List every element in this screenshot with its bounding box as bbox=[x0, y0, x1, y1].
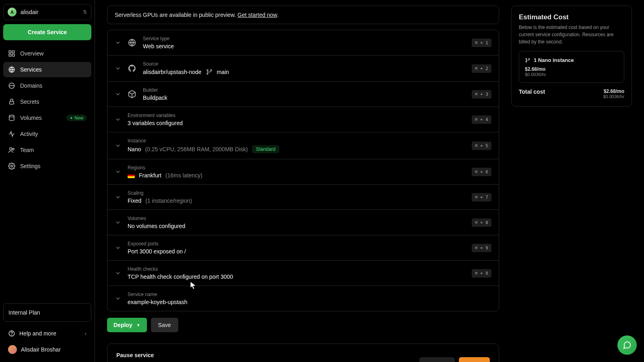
svg-point-17 bbox=[526, 58, 526, 59]
svg-rect-0 bbox=[9, 51, 11, 53]
nav-secrets[interactable]: Secrets bbox=[3, 94, 91, 109]
row-scaling[interactable]: Scaling Fixed (1 instance/region) ⌘ + 7 bbox=[107, 185, 499, 210]
cost-per-mo: $2.68/mo bbox=[525, 66, 618, 72]
chevron-down-icon bbox=[115, 39, 121, 46]
row-ports[interactable]: Exposed ports Port 3000 exposed on / ⌘ +… bbox=[107, 235, 499, 261]
total-mo: $2.68/mo bbox=[603, 88, 624, 94]
row-label: Builder bbox=[143, 87, 465, 93]
user-menu[interactable]: Alisdair Broshar bbox=[3, 341, 91, 358]
nav-label: Team bbox=[20, 147, 34, 153]
plan-box[interactable]: Internal Plan bbox=[3, 303, 91, 322]
svg-rect-6 bbox=[10, 101, 14, 104]
package-icon bbox=[128, 90, 136, 99]
flag-de-icon bbox=[128, 173, 135, 178]
chevron-down-icon bbox=[115, 116, 121, 123]
gpu-banner: Serverless GPUs are available in public … bbox=[107, 6, 499, 24]
activity-icon bbox=[8, 130, 15, 138]
repo-name: alisdairbr/upstash-node bbox=[143, 69, 202, 75]
kbd-shortcut: ⌘ + 6 bbox=[472, 168, 491, 176]
row-volumes[interactable]: Volumes No volumes configured ⌘ + 8 bbox=[107, 210, 499, 235]
nav-label: Activity bbox=[20, 131, 38, 137]
chevron-down-icon bbox=[115, 169, 121, 175]
org-switcher[interactable]: A alisdair ⇅ bbox=[3, 4, 91, 20]
cost-title: Estimated Cost bbox=[519, 13, 624, 21]
row-service-name[interactable]: Service name example-koyeb-upstash bbox=[107, 286, 499, 311]
github-icon bbox=[128, 64, 136, 73]
deploy-button[interactable]: Deploy ▼ bbox=[107, 318, 147, 332]
kbd-shortcut: ⌘ + 3 bbox=[472, 90, 491, 99]
total-label: Total cost bbox=[519, 88, 545, 95]
save-button[interactable]: Save bbox=[151, 318, 178, 332]
nav-activity[interactable]: Activity bbox=[3, 126, 91, 142]
row-label: Scaling bbox=[128, 190, 465, 196]
nav-label: Overview bbox=[20, 50, 43, 57]
svg-point-12 bbox=[12, 335, 12, 335]
banner-text: Serverless GPUs are available in public … bbox=[115, 12, 237, 18]
row-value: example-koyeb-upstash bbox=[128, 299, 491, 305]
deploy-label: Deploy bbox=[114, 322, 132, 328]
row-service-type[interactable]: Service type Web service ⌘ + 1 bbox=[107, 30, 499, 56]
chevron-down-icon bbox=[115, 295, 121, 302]
lock-icon bbox=[8, 98, 15, 105]
row-env[interactable]: Environment variables 3 variables config… bbox=[107, 107, 499, 132]
pause-button[interactable]: Pause bbox=[459, 357, 490, 362]
action-bar: Deploy ▼ Save bbox=[107, 318, 499, 332]
database-icon bbox=[8, 114, 15, 121]
row-label: Health checks bbox=[128, 266, 465, 272]
nav-team[interactable]: Team bbox=[3, 142, 91, 158]
row-label: Exposed ports bbox=[128, 241, 465, 247]
nav-settings[interactable]: Settings bbox=[3, 158, 91, 174]
nav-label: Settings bbox=[20, 163, 41, 169]
create-service-button[interactable]: Create Service bbox=[3, 24, 91, 40]
svg-point-9 bbox=[12, 148, 14, 150]
banner-link[interactable]: Get started now bbox=[237, 12, 277, 18]
kbd-shortcut: ⌘ + 9 bbox=[472, 244, 491, 252]
row-instance[interactable]: Instance Nano (0.25 vCPU, 256MB RAM, 200… bbox=[107, 132, 499, 159]
row-label: Service type bbox=[143, 36, 465, 41]
chat-fab[interactable] bbox=[617, 335, 637, 355]
svg-point-15 bbox=[207, 73, 208, 74]
region-latency: (16ms latency) bbox=[165, 172, 202, 179]
tier-badge: Standard bbox=[252, 145, 280, 153]
chevron-down-icon bbox=[115, 245, 121, 251]
banner-tail: . bbox=[277, 12, 279, 18]
branch-small-icon bbox=[525, 58, 530, 63]
nav-label: Secrets bbox=[20, 99, 39, 105]
globe-icon bbox=[8, 66, 15, 73]
kbd-shortcut: ⌘ + 8 bbox=[472, 218, 491, 227]
row-label: Instance bbox=[128, 138, 465, 144]
help-button[interactable]: Help and more › bbox=[3, 326, 91, 341]
sidebar: A alisdair ⇅ Create Service Overview Ser… bbox=[0, 0, 95, 362]
nav-domains[interactable]: Domains bbox=[3, 78, 91, 93]
cost-card: Estimated Cost Below is the estimated co… bbox=[511, 6, 632, 107]
row-label: Volumes bbox=[128, 216, 465, 221]
chevron-right-icon: › bbox=[85, 330, 87, 337]
pause-title: Pause service bbox=[116, 352, 411, 358]
branch-name: main bbox=[217, 69, 229, 75]
resume-button[interactable]: Resume bbox=[419, 357, 455, 362]
row-health[interactable]: Health checks TCP health check configure… bbox=[107, 261, 499, 286]
kbd-shortcut: ⌘ + 2 bbox=[472, 64, 491, 73]
row-value: Port 3000 exposed on / bbox=[128, 248, 465, 255]
chevron-down-icon bbox=[115, 194, 121, 200]
svg-point-10 bbox=[11, 165, 13, 167]
nav-volumes[interactable]: Volumes New bbox=[3, 110, 91, 125]
org-name: alisdair bbox=[21, 9, 79, 15]
kbd-shortcut: ⌘ + 1 bbox=[472, 39, 491, 47]
chevron-down-icon bbox=[115, 65, 121, 72]
nav: Overview Services Domains Secrets Volume… bbox=[3, 46, 91, 174]
chevron-down-icon bbox=[115, 270, 121, 276]
scaling-mode: Fixed bbox=[128, 197, 141, 204]
help-label: Help and more bbox=[19, 330, 56, 337]
nav-overview[interactable]: Overview bbox=[3, 46, 91, 61]
chevron-updown-icon: ⇅ bbox=[83, 9, 87, 15]
row-builder[interactable]: Builder Buildpack ⌘ + 3 bbox=[107, 82, 499, 107]
plan-label: Internal Plan bbox=[8, 309, 86, 316]
row-value: Buildpack bbox=[143, 95, 465, 101]
row-source[interactable]: Source alisdairbr/upstash-node main ⌘ + … bbox=[107, 56, 499, 82]
org-avatar: A bbox=[8, 8, 17, 16]
branch-icon bbox=[206, 68, 213, 76]
scaling-detail: (1 instance/region) bbox=[145, 197, 192, 204]
nav-services[interactable]: Services bbox=[3, 62, 91, 77]
row-regions[interactable]: Regions Frankfurt (16ms latency) ⌘ + 6 bbox=[107, 159, 499, 185]
